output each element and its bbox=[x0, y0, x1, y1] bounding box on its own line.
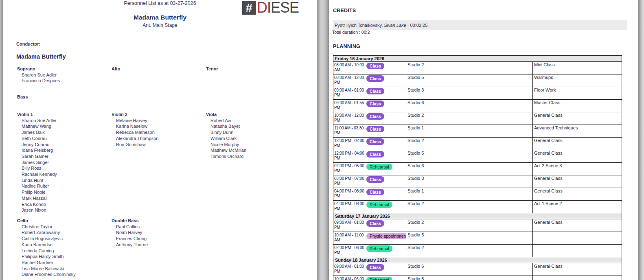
planning-row: 09:00 AM - 01:55PMClassStudio 6Master Cl… bbox=[333, 100, 622, 112]
event-name-cell: Master Class bbox=[533, 100, 622, 112]
event-time-cell: 09:00 AM - 01:55PM bbox=[333, 100, 365, 112]
planning-table: Friday 16 January 202608:00 AM - 10:00AM… bbox=[333, 55, 622, 280]
member-name: Linda Hunt bbox=[17, 177, 112, 184]
event-name-cell: Warmups bbox=[533, 74, 622, 87]
event-name-cell: General Class bbox=[533, 219, 622, 232]
event-time-line1: 09:00 AM - 01:00 bbox=[334, 220, 364, 225]
event-studio-cell: Studio 2 bbox=[406, 138, 533, 150]
event-time-line2: PM bbox=[334, 225, 364, 230]
member-name: Robert Aw bbox=[206, 118, 300, 124]
event-name-cell bbox=[533, 245, 622, 257]
event-type-cell: Class bbox=[365, 219, 406, 232]
event-name-cell: Act 2 Scene 3 bbox=[533, 163, 622, 175]
event-time-cell: 11:00 AM - 03:30PM bbox=[333, 125, 365, 138]
event-time-cell: 10:00 AM - 06:00PM bbox=[333, 276, 365, 280]
event-time-line1: 09:00 AM - 01:00 bbox=[334, 88, 364, 93]
planning-row: 08:00 AM - 12:00PMClassStudio 5Warmups bbox=[333, 74, 622, 87]
member-name: Ron Grimshaw bbox=[112, 142, 206, 148]
event-time-line1: 09:00 AM - 01:55 bbox=[334, 101, 364, 105]
member-name: Francès Chung bbox=[112, 236, 206, 242]
event-time-line1: 09:00 AM - 01:00 bbox=[334, 264, 364, 269]
member-name: Sarah Gamer bbox=[17, 153, 112, 160]
member-name: Alexandra Thompson bbox=[112, 136, 206, 142]
event-time-line2: AM bbox=[334, 68, 364, 72]
event-name-cell: General Class bbox=[533, 175, 622, 188]
planning-row: 10:00 AM - 11:00AMPhysio appointmentStud… bbox=[333, 232, 622, 245]
event-type-cell: Class bbox=[365, 263, 406, 276]
event-time-line2: PM bbox=[334, 269, 364, 274]
event-time-line2: PM bbox=[334, 206, 364, 211]
event-studio-cell: Studio 5 bbox=[406, 150, 533, 163]
event-name-cell: Floor Work bbox=[533, 87, 622, 100]
event-studio-cell: Studio 2 bbox=[406, 62, 533, 74]
event-time-line1: 02:00 PM - 06:00 bbox=[334, 245, 364, 250]
scrollbar[interactable] bbox=[638, 0, 644, 280]
planning-row: 10:00 AM - 12:00PMClassStudio 2General C… bbox=[333, 112, 622, 125]
day-header-row: Saturday 17 January 2026 bbox=[333, 213, 622, 219]
event-name-cell bbox=[533, 232, 622, 245]
ensemble-section: Violin 2Melanie HarveyKarina NaselowRebe… bbox=[112, 112, 206, 213]
event-type-cell: Class bbox=[365, 188, 406, 201]
event-type-cell: Class bbox=[365, 150, 406, 163]
event-name-cell: General Class bbox=[533, 150, 622, 163]
member-name: Binny Bunn bbox=[206, 129, 300, 136]
member-name: Sharon Sue Adler bbox=[17, 72, 112, 78]
member-name: Karla Barendse bbox=[17, 242, 112, 248]
member-name: Natasha Bayet bbox=[206, 123, 300, 129]
event-type-cell: Class bbox=[365, 175, 406, 188]
event-type-badge: Class bbox=[366, 220, 384, 227]
member-name: Lisa Maree Bakowski bbox=[17, 266, 112, 272]
conductor-label: Conductor: bbox=[16, 42, 40, 46]
event-type-badge: Class bbox=[366, 126, 384, 132]
planning-row: 04:00 PM - 08:00PMRehearsalStudio 2Act 1… bbox=[333, 201, 622, 213]
event-type-cell: Class bbox=[365, 112, 406, 125]
event-type-cell: Rehearsal bbox=[365, 163, 406, 175]
credit-entry-row: Pyotr Ilyich Tchaikovsky, Swan Lake - 00… bbox=[333, 20, 627, 30]
event-type-badge: Rehearsal bbox=[366, 201, 392, 208]
diese-logo: # DIESE bbox=[242, 1, 299, 15]
member-name: James Baik bbox=[17, 129, 112, 136]
event-type-badge: Class bbox=[366, 176, 384, 183]
section-heading: Alto bbox=[112, 66, 206, 72]
event-name-cell: Mini Class bbox=[533, 62, 622, 74]
event-time-line1: 04:00 PM - 08:00 bbox=[334, 189, 364, 194]
section-heading: Violin 2 bbox=[112, 112, 206, 118]
planning-row: 09:00 AM - 01:00PMClassStudio 3Floor Wor… bbox=[333, 87, 622, 100]
page-edge-strip bbox=[0, 0, 3, 280]
planning-row: 10:00 AM - 06:00PMRehearsalStudio 5 bbox=[333, 276, 622, 280]
event-time-line2: PM bbox=[334, 131, 364, 136]
event-studio-cell: Studio 2 bbox=[406, 219, 533, 232]
event-time-line2: PM bbox=[334, 118, 364, 123]
planning-row: 11:00 AM - 03:30PMClassStudio 1Advanced … bbox=[333, 125, 622, 138]
event-name-cell: Advanced Techniques bbox=[533, 125, 622, 138]
event-time-cell: 09:00 AM - 01:00PM bbox=[333, 263, 365, 276]
event-type-cell: Rehearsal bbox=[365, 245, 406, 257]
planning-row: 02:00 PM - 05:30PMRehearsalStudio 6Act 2… bbox=[333, 163, 622, 175]
member-name: James Singer bbox=[17, 160, 112, 166]
event-time-line1: 03:00 PM - 07:00 bbox=[334, 176, 364, 181]
bass-section-heading: Bass bbox=[17, 94, 28, 99]
event-time-line1: 04:00 PM - 08:00 bbox=[334, 201, 364, 206]
event-time-line1: 10:00 AM - 06:00 bbox=[334, 277, 364, 280]
low-string-sections: CelloChristine TaylorRobert ZabrowarnyCa… bbox=[17, 218, 300, 278]
credits-heading: CREDITS bbox=[333, 8, 356, 13]
event-type-cell: Rehearsal bbox=[365, 201, 406, 213]
member-name: Philippa Hardy-Smith bbox=[17, 254, 112, 260]
planning-row: 03:00 PM - 07:00PMClassStudio 3General C… bbox=[333, 175, 622, 188]
event-time-line2: PM bbox=[334, 143, 364, 148]
event-time-cell: 04:00 PM - 08:00PM bbox=[333, 188, 365, 201]
event-name-cell: General Class bbox=[533, 112, 622, 125]
event-time-line1: 08:00 AM - 12:00 bbox=[334, 75, 364, 80]
member-name: Erica Kondo bbox=[17, 201, 112, 208]
event-time-line2: PM bbox=[334, 194, 364, 199]
event-type-badge: Class bbox=[366, 63, 384, 69]
event-time-line1: 10:00 AM - 11:00 bbox=[334, 233, 364, 238]
event-time-cell: 09:00 AM - 01:00PM bbox=[333, 87, 365, 100]
event-studio-cell: Studio 5 bbox=[406, 232, 533, 245]
event-time-cell: 10:00 AM - 11:00AM bbox=[333, 232, 365, 245]
member-name: Matthew Wang bbox=[17, 123, 112, 129]
event-time-line1: 02:00 PM - 05:30 bbox=[334, 164, 364, 168]
ensemble-section: Violin 1Sharon Sue AdlerMatthew WangJame… bbox=[17, 112, 112, 213]
ensemble-section: Double BassPaul CollinsNoah HarveyFrancè… bbox=[112, 218, 206, 278]
ensemble-section: Alto bbox=[112, 66, 206, 84]
